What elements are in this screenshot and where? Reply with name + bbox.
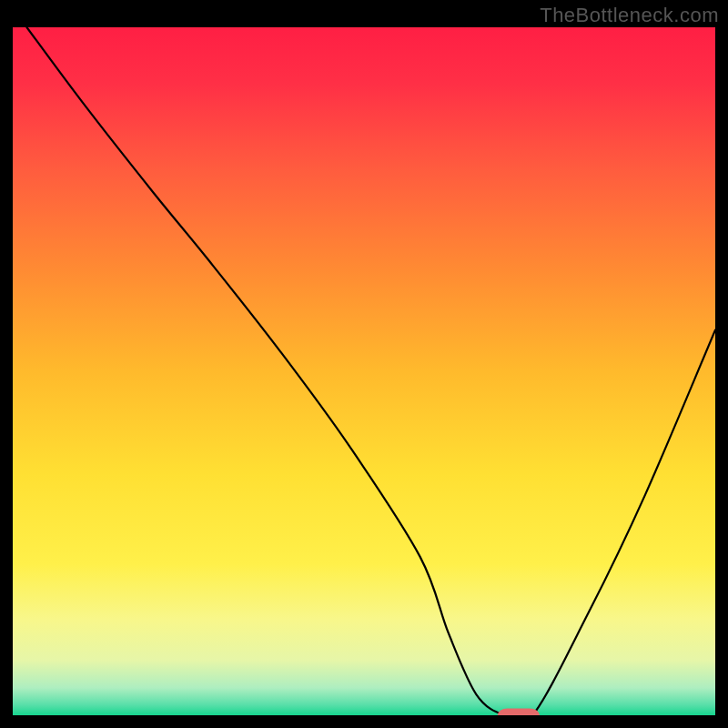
bottleneck-chart-svg (13, 27, 715, 715)
chart-frame: TheBottleneck.com (0, 0, 728, 728)
plot-area (13, 27, 715, 715)
optimal-marker (498, 708, 540, 715)
gradient-background (13, 27, 715, 715)
watermark-text: TheBottleneck.com (540, 4, 719, 27)
